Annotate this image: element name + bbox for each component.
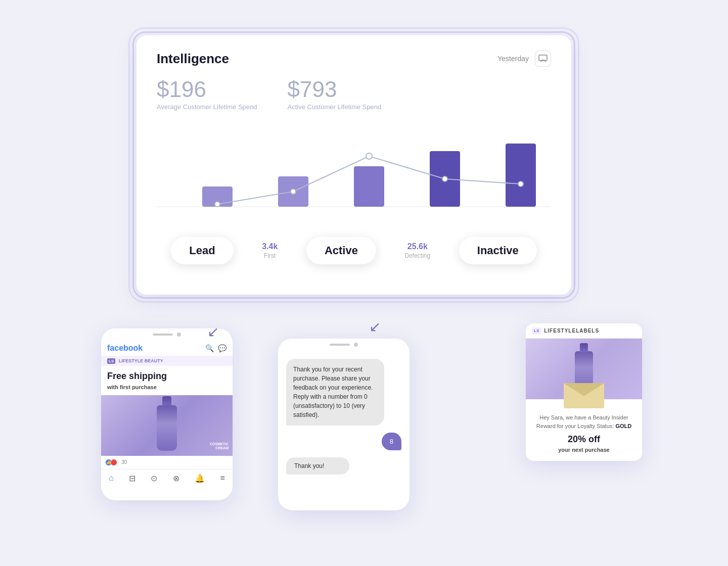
bottle-neck xyxy=(162,396,171,406)
arrow-to-sms: ↙ xyxy=(369,318,381,335)
fb-header: facebook 🔍 💬 xyxy=(101,341,233,356)
svg-point-11 xyxy=(518,181,523,186)
email-brand-name: LIFESTYLELABELS xyxy=(544,328,599,334)
email-hero-image xyxy=(526,339,642,399)
bottle-body xyxy=(157,405,177,451)
active-lifetime-label: Active Customer Lifetime Spend xyxy=(287,103,381,111)
fb-search-icon[interactable]: 🔍 xyxy=(205,344,214,352)
segments-row: Lead 3.4k First Active 25.6k Defecting I… xyxy=(157,237,551,264)
sms-content: Thank you for your recent purchase. Plea… xyxy=(278,351,410,483)
fb-ad-subtext: with first purchase xyxy=(107,384,226,390)
sms-message-sent: 8 xyxy=(382,433,401,450)
phone-top-bar-sms xyxy=(278,339,410,351)
svg-point-9 xyxy=(366,153,372,159)
cosmetic-label: COSMETIC CREAM xyxy=(210,442,229,451)
svg-rect-6 xyxy=(506,144,536,207)
notch-line xyxy=(153,334,173,336)
avg-lifetime-metric: $196 Average Customer Lifetime Spend xyxy=(157,77,257,111)
email-bottle-neck xyxy=(580,343,588,352)
fb-nav-bar: ⌂ ⊟ ⊙ ⊗ 🔔 ≡ xyxy=(101,469,233,487)
metrics-row: $196 Average Customer Lifetime Spend $79… xyxy=(157,77,551,111)
fb-bell-icon[interactable]: 🔔 xyxy=(195,474,205,483)
envelope-body xyxy=(564,383,604,408)
svg-point-10 xyxy=(442,176,447,181)
fb-menu-icon[interactable]: ⊟ xyxy=(129,474,135,483)
segment-stat-first: 3.4k First xyxy=(262,242,278,259)
first-stat-value: 3.4k xyxy=(262,242,278,251)
envelope-flap xyxy=(564,383,604,396)
sms-thank-you: Thank you! xyxy=(286,457,349,475)
loyalty-status: GOLD xyxy=(615,423,631,429)
fb-hamburger-icon[interactable]: ≡ xyxy=(220,474,224,483)
defecting-stat-value: 25.6k xyxy=(405,242,431,251)
segment-inactive[interactable]: Inactive xyxy=(459,237,537,264)
fb-profile-icon[interactable]: ⊙ xyxy=(151,474,157,483)
dashboard-controls: Yesterday xyxy=(497,51,551,67)
facebook-phone-card: facebook 🔍 💬 LS LIFESTYLE BEAUTY Free sh… xyxy=(101,328,233,500)
email-greeting: Hey Sara, we have a Beauty Insider Rewar… xyxy=(534,413,634,430)
email-brand-logo: LS xyxy=(532,327,541,334)
fb-ad-content: Free shipping with first purchase xyxy=(101,366,233,395)
email-discount-sub: your next purchase xyxy=(534,447,634,453)
arrow-to-facebook: ↙ xyxy=(207,323,219,340)
sms-message-received: Thank you for your recent purchase. Plea… xyxy=(286,359,384,426)
reaction-count: 30 xyxy=(121,459,127,465)
fb-groups-icon[interactable]: ⊗ xyxy=(173,474,179,483)
avg-lifetime-value: $196 xyxy=(157,77,257,102)
svg-rect-4 xyxy=(354,166,384,207)
fb-brand-bar: LS LIFESTYLE BEAUTY xyxy=(101,356,233,366)
notch-line-sms xyxy=(330,344,350,346)
bottle-container xyxy=(157,405,177,451)
chart-svg xyxy=(157,126,551,227)
dashboard-header: Intelligence Yesterday xyxy=(157,51,551,67)
active-lifetime-value: $793 xyxy=(287,77,381,102)
brand-icon: LS xyxy=(107,358,115,364)
message-icon-button[interactable] xyxy=(535,51,551,67)
email-header: LS LIFESTYLELABELS xyxy=(526,323,642,339)
heart-reaction: ❤️ xyxy=(110,459,117,466)
active-lifetime-metric: $793 Active Customer Lifetime Spend xyxy=(287,77,381,111)
fb-bottom-bar: 👍 ❤️ 30 xyxy=(101,456,233,469)
segment-active[interactable]: Active xyxy=(306,237,376,264)
svg-point-7 xyxy=(215,202,220,207)
reaction-icons: 👍 ❤️ xyxy=(105,459,117,466)
date-filter-label[interactable]: Yesterday xyxy=(497,55,529,63)
email-body: Hey Sara, we have a Beauty Insider Rewar… xyxy=(526,399,642,461)
email-discount-value: 20% off xyxy=(534,434,634,445)
camera-dot xyxy=(177,333,181,337)
fb-messenger-icon[interactable]: 💬 xyxy=(218,344,226,352)
svg-point-8 xyxy=(291,189,296,194)
dashboard-card: Intelligence Yesterday $196 Average Cust… xyxy=(136,35,571,295)
fb-brand-label: LIFESTYLE BEAUTY xyxy=(119,358,163,363)
avg-lifetime-label: Average Customer Lifetime Spend xyxy=(157,103,257,111)
segment-stat-defecting: 25.6k Defecting xyxy=(405,242,431,259)
fb-ad-image: COSMETIC CREAM xyxy=(101,395,233,456)
camera-dot-sms xyxy=(354,343,358,347)
fb-ad-headline: Free shipping xyxy=(107,371,226,382)
email-envelope xyxy=(564,383,604,408)
email-card: LS LIFESTYLELABELS Hey Sara, we have a B… xyxy=(526,323,642,461)
facebook-logo: facebook xyxy=(107,344,143,353)
defecting-stat-label: Defecting xyxy=(405,252,431,259)
chart-area xyxy=(157,126,551,227)
sms-phone-card: Thank you for your recent purchase. Plea… xyxy=(278,339,410,510)
dashboard-title: Intelligence xyxy=(157,51,229,67)
fb-home-icon[interactable]: ⌂ xyxy=(109,474,114,483)
segment-lead[interactable]: Lead xyxy=(171,237,233,264)
fb-header-icons: 🔍 💬 xyxy=(205,344,226,352)
first-stat-label: First xyxy=(262,252,278,259)
